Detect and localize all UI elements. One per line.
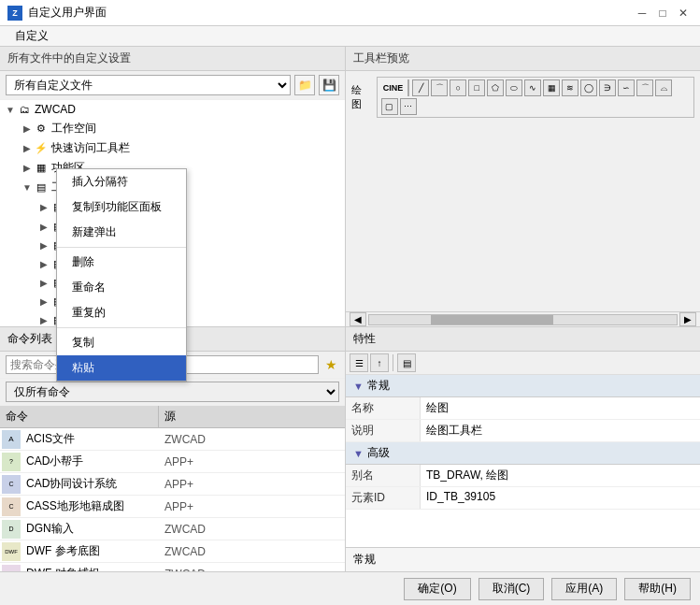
expand-t7[interactable]: ▶ — [37, 313, 50, 326]
tree-label-quickaccess: 快速访问工具栏 — [51, 140, 130, 156]
expand-t2[interactable]: ▶ — [37, 220, 50, 233]
ctx-sep-1 — [57, 247, 186, 248]
help-button[interactable]: 帮助(H) — [624, 578, 691, 600]
cancel-button[interactable]: 取消(C) — [479, 578, 545, 600]
filter-select[interactable]: 仅所有命令 — [6, 382, 339, 402]
tb-btn-9[interactable]: ≋ — [562, 79, 579, 96]
ctx-copy-ribbon[interactable]: 复制到功能区面板 — [57, 194, 186, 220]
expand-t4[interactable]: ▶ — [37, 257, 50, 270]
section-label-1: 高级 — [367, 445, 390, 461]
props-tb-btn-2[interactable]: ↑ — [370, 353, 389, 372]
tb-btn-11[interactable]: ∋ — [599, 79, 616, 96]
cmd-source-5: ZWCAD — [161, 542, 345, 561]
expand-biaozhu[interactable]: ▶ — [37, 201, 50, 214]
props-val-desc: 绘图工具栏 — [421, 420, 700, 441]
apply-button[interactable]: 应用(A) — [551, 578, 617, 600]
ctx-paste[interactable]: 粘贴 — [57, 355, 186, 381]
tb-btn-6[interactable]: ⬭ — [506, 79, 522, 96]
bottom-bar: 确定(O) 取消(C) 应用(A) 帮助(H) — [0, 571, 700, 605]
cmd-source-2: APP+ — [161, 475, 345, 494]
tree-item-quickaccess[interactable]: ▶ ⚡ 快速访问工具栏 — [0, 138, 345, 158]
ctx-insert-sep[interactable]: 插入分隔符 — [57, 169, 186, 194]
app-icon: Z — [7, 6, 22, 21]
file-select[interactable]: 所有自定义文件 — [6, 75, 291, 95]
filter-row: 仅所有命令 — [0, 379, 345, 406]
tree-label-workspace: 工作空间 — [51, 121, 96, 137]
tb-btn-8[interactable]: ▦ — [543, 79, 560, 96]
expand-ribbon[interactable]: ▶ — [21, 162, 34, 175]
expand-workspace[interactable]: ▶ — [21, 122, 34, 136]
ctx-duplicate[interactable]: 重复的 — [57, 300, 186, 325]
open-file-button[interactable]: 📁 — [294, 75, 315, 95]
menu-item-customize[interactable]: 自定义 — [7, 26, 56, 46]
props-tb-btn-3[interactable]: ▤ — [397, 353, 416, 372]
cmd-row-6[interactable]: DWF DWF 对象捕捉 ZWCAD — [0, 563, 345, 571]
tb-btn-5[interactable]: ⬠ — [487, 79, 504, 96]
workspace-icon: ⚙ — [34, 122, 49, 137]
h-scrollbar[interactable] — [368, 314, 678, 325]
tb-btn-15[interactable]: ▢ — [381, 98, 398, 115]
cmd-row-4[interactable]: D DGN输入 ZWCAD — [0, 518, 345, 540]
save-file-button[interactable]: 💾 — [319, 75, 339, 95]
cmd-row-1[interactable]: ? CAD小帮手 APP+ — [0, 451, 345, 473]
ok-button[interactable]: 确定(O) — [404, 578, 470, 600]
left-panel-header: 所有文件中的自定义设置 — [0, 47, 345, 71]
cmd-row-2[interactable]: C CAD协同设计系统 APP+ — [0, 473, 345, 496]
tb-btn-10[interactable]: ◯ — [580, 79, 597, 96]
tb-btn-2[interactable]: ⌒ — [431, 79, 448, 96]
expand-toolbars[interactable]: ▼ — [21, 181, 34, 194]
expand-t6[interactable]: ▶ — [37, 295, 50, 308]
scroll-left[interactable]: ◀ — [350, 312, 366, 326]
maximize-button[interactable]: □ — [653, 5, 672, 22]
tb-icon-cine: CINE — [383, 83, 404, 93]
star-button[interactable]: ★ — [322, 356, 339, 373]
tb-sep-1 — [407, 79, 409, 96]
ribbon-icon: ▦ — [34, 161, 49, 176]
expand-zwcad[interactable]: ▼ — [4, 103, 17, 116]
cmd-row-3[interactable]: C CASS地形地籍成图 APP+ — [0, 496, 345, 518]
props-tb-btn-1[interactable]: ☰ — [350, 353, 368, 372]
ctx-new-popup[interactable]: 新建弹出 — [57, 220, 186, 245]
tb-btn-4[interactable]: □ — [468, 79, 485, 96]
props-key-alias: 别名 — [346, 465, 421, 486]
expand-t3[interactable]: ▶ — [37, 238, 50, 252]
props-val-alias: TB_DRAW, 绘图 — [421, 465, 700, 486]
menu-bar: 自定义 — [0, 26, 700, 47]
cmd-name-1: CAD小帮手 — [22, 451, 161, 472]
props-row-id: 元素ID ID_TB_39105 — [346, 487, 700, 510]
cmd-row-5[interactable]: DWF DWF 参考底图 ZWCAD — [0, 540, 345, 563]
minimize-button[interactable]: ─ — [633, 5, 651, 22]
expand-t5[interactable]: ▶ — [37, 276, 50, 289]
h-scroll-area: ◀ ▶ — [346, 311, 700, 326]
toolbars-icon: ▤ — [34, 180, 49, 195]
cmd-source-4: ZWCAD — [161, 520, 345, 539]
cmd-row-0[interactable]: A ACIS文件 ZWCAD — [0, 428, 345, 451]
cmd-table[interactable]: 命令 源 A ACIS文件 ZWCAD ? CAD小帮手 APP+ C CAD协… — [0, 406, 345, 571]
tb-btn-7[interactable]: ∿ — [524, 79, 541, 96]
cmd-icon-2: C — [2, 475, 21, 494]
scroll-right[interactable]: ▶ — [679, 312, 696, 326]
tb-btn-16[interactable]: ⋯ — [400, 98, 417, 115]
tb-btn-13[interactable]: ⌒ — [636, 79, 653, 96]
props-header: 特性 — [346, 327, 700, 352]
cmd-icon-5: DWF — [2, 542, 21, 561]
section-label-0: 常规 — [367, 378, 390, 394]
tb-btn-1[interactable]: ╱ — [412, 79, 429, 96]
expand-quickaccess[interactable]: ▶ — [21, 142, 34, 155]
props-key-name: 名称 — [346, 397, 421, 419]
ctx-copy[interactable]: 复制 — [57, 330, 186, 355]
cmd-icon-3: C — [2, 497, 21, 516]
tree-item-workspace[interactable]: ▶ ⚙ 工作空间 — [0, 119, 345, 138]
tb-btn-3[interactable]: ○ — [450, 79, 466, 96]
tb-btn-12[interactable]: ∽ — [618, 79, 635, 96]
ctx-rename[interactable]: 重命名 — [57, 275, 186, 300]
close-button[interactable]: ✕ — [674, 5, 693, 22]
window-title: 自定义用户界面 — [28, 5, 107, 21]
tb-btn-14[interactable]: ⌓ — [655, 79, 672, 96]
tree-item-zwcad[interactable]: ▼ 🗂 ZWCAD — [0, 100, 345, 119]
h-scrollbar-thumb — [431, 315, 554, 324]
ctx-delete[interactable]: 删除 — [57, 250, 186, 275]
props-val-name: 绘图 — [421, 397, 700, 419]
cmd-source-1: APP+ — [161, 453, 345, 471]
toolbar-preview: 绘图 CINE ╱ ⌒ ○ □ ⬠ ⬭ ∿ ▦ ≋ ◯ — [346, 71, 700, 311]
